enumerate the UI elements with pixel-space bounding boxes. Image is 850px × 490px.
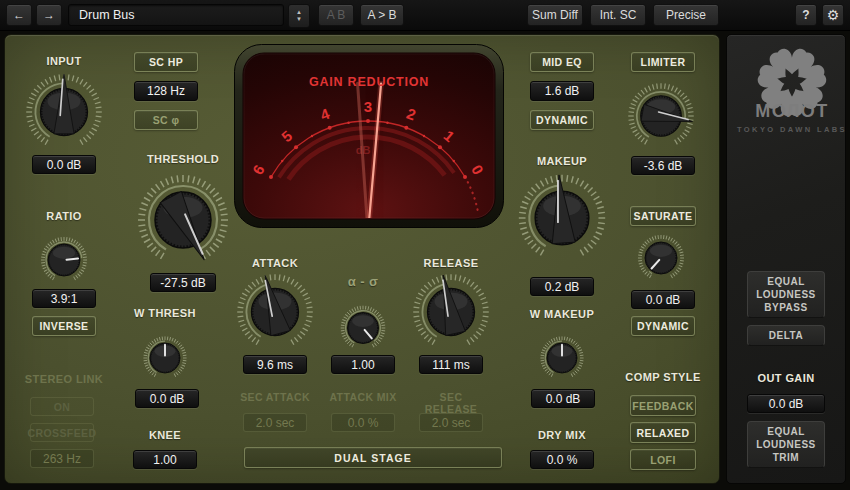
alpha-sigma-label: α - σ — [333, 276, 393, 288]
a-to-b-copy-button[interactable]: A > B — [360, 4, 404, 26]
knee-label: KNEE — [133, 429, 197, 441]
attack-label: ATTACK — [245, 257, 305, 269]
svg-text:3: 3 — [364, 98, 372, 115]
preset-back-button[interactable]: ← — [6, 4, 32, 26]
alpha-sigma-knob[interactable] — [332, 297, 394, 359]
saturate-value[interactable]: 0.0 dB — [631, 290, 695, 309]
stereo-link-label: STEREO LINK — [19, 373, 109, 385]
threshold-knob[interactable] — [133, 170, 233, 270]
knee-value[interactable]: 1.00 — [133, 450, 197, 469]
precise-mode-button[interactable]: Precise — [653, 4, 719, 26]
crossfeed-toggle[interactable]: CROSSFEED — [30, 423, 94, 442]
sec-attack-label: SEC ATTACK — [240, 391, 310, 403]
question-mark-icon: ? — [802, 8, 809, 22]
toolbar: ← → Drum Bus ▲ ▼ A B A > B Sum Diff Int.… — [0, 0, 850, 31]
preset-spinner[interactable]: ▲ ▼ — [288, 4, 310, 28]
comp-style-label: COMP STYLE — [624, 371, 702, 383]
saturate-dynamic-toggle[interactable]: DYNAMIC — [631, 316, 695, 336]
crossfeed-freq-value[interactable]: 263 Hz — [30, 449, 94, 468]
w-makeup-knob[interactable] — [532, 328, 592, 388]
sidechain-phase-toggle[interactable]: SC φ — [134, 110, 198, 130]
equal-loudness-trim-button[interactable]: EQUAL LOUDNESS TRIM — [747, 421, 825, 468]
threshold-value[interactable]: -27.5 dB — [150, 273, 216, 292]
ratio-label: RATIO — [24, 210, 104, 222]
svg-text:GAIN REDUCTION: GAIN REDUCTION — [309, 75, 429, 89]
input-label: INPUT — [24, 55, 104, 67]
sec-release-value[interactable]: 2.0 sec — [419, 413, 483, 432]
arrow-left-icon: ← — [13, 8, 25, 22]
makeup-knob[interactable] — [514, 170, 610, 266]
limiter-toggle[interactable]: LIMITER — [631, 52, 695, 72]
w-thresh-knob[interactable] — [135, 328, 195, 388]
sidechain-highpass-freq-value[interactable]: 128 Hz — [134, 81, 198, 101]
brand-name: МОЛОТ — [736, 101, 848, 122]
sec-attack-value[interactable]: 2.0 sec — [243, 413, 307, 432]
sum-diff-button[interactable]: Sum Diff — [527, 4, 583, 26]
limiter-value[interactable]: -3.6 dB — [631, 156, 695, 175]
release-value[interactable]: 111 ms — [419, 355, 483, 374]
input-value[interactable]: 0.0 dB — [32, 155, 96, 174]
chevron-up-icon: ▲ — [296, 9, 302, 16]
w-thresh-label: W THRESH — [125, 307, 205, 319]
w-makeup-label: W MAKEUP — [522, 308, 602, 320]
saturate-knob[interactable] — [629, 226, 693, 290]
sidechain-highpass-toggle[interactable]: SC HP — [134, 52, 198, 72]
inverse-toggle[interactable]: INVERSE — [32, 316, 96, 336]
makeup-value[interactable]: 0.2 dB — [530, 277, 594, 296]
attack-value[interactable]: 9.6 ms — [243, 355, 307, 374]
ratio-knob[interactable] — [32, 228, 96, 292]
threshold-label: THRESHOLD — [134, 153, 232, 165]
arrow-right-icon: → — [43, 8, 55, 22]
gear-icon: ⚙ — [827, 7, 840, 23]
delta-button[interactable]: DELTA — [747, 325, 825, 346]
comp-style-lofi-toggle[interactable]: LOFI — [630, 449, 696, 470]
alpha-sigma-value[interactable]: 1.00 — [331, 355, 395, 374]
input-knob[interactable] — [22, 70, 106, 154]
dry-mix-value[interactable]: 0.0 % — [530, 450, 594, 469]
preset-selector[interactable]: Drum Bus — [68, 4, 284, 26]
attack-mix-label: ATTACK MIX — [328, 391, 398, 403]
attack-mix-value[interactable]: 0.0 % — [331, 413, 395, 432]
chevron-down-icon: ▼ — [296, 16, 302, 23]
gain-reduction-meter: 6543210dBGAIN REDUCTION — [234, 44, 504, 228]
release-label: RELEASE — [421, 257, 481, 269]
help-button[interactable]: ? — [795, 4, 817, 26]
out-gain-label: OUT GAIN — [736, 372, 836, 384]
equal-loudness-bypass-button[interactable]: EQUAL LOUDNESS BYPASS — [747, 271, 825, 318]
brand-company: TOKYO DAWN LABS — [729, 125, 850, 134]
release-knob[interactable] — [409, 270, 493, 354]
comp-style-feedback-toggle[interactable]: FEEDBACK — [630, 395, 696, 416]
w-thresh-value[interactable]: 0.0 dB — [135, 389, 199, 408]
dual-stage-toggle[interactable]: DUAL STAGE — [244, 447, 502, 468]
saturate-toggle[interactable]: SATURATE — [630, 206, 696, 226]
makeup-label: MAKEUP — [530, 155, 594, 167]
attack-knob[interactable] — [233, 270, 317, 354]
molot-plugin-window: ← → Drum Bus ▲ ▼ A B A > B Sum Diff Int.… — [0, 0, 850, 490]
settings-button[interactable]: ⚙ — [822, 4, 844, 26]
out-gain-value[interactable]: 0.0 dB — [747, 394, 825, 413]
w-makeup-value[interactable]: 0.0 dB — [531, 389, 595, 408]
mid-eq-dynamic-toggle[interactable]: DYNAMIC — [530, 110, 594, 130]
preset-forward-button[interactable]: → — [36, 4, 62, 26]
ab-compare-button[interactable]: A B — [318, 4, 354, 26]
mid-eq-value[interactable]: 1.6 dB — [530, 81, 594, 101]
internal-sidechain-button[interactable]: Int. SC — [590, 4, 646, 26]
ratio-value[interactable]: 3.9:1 — [32, 289, 96, 308]
mid-eq-toggle[interactable]: MID EQ — [530, 52, 594, 72]
sec-release-label: SEC RELEASE — [413, 391, 489, 415]
stereo-link-on-toggle[interactable]: ON — [30, 397, 94, 416]
comp-style-relaxed-toggle[interactable]: RELAXED — [630, 422, 696, 443]
dry-mix-label: DRY MIX — [530, 429, 594, 441]
limiter-knob[interactable] — [622, 77, 700, 155]
